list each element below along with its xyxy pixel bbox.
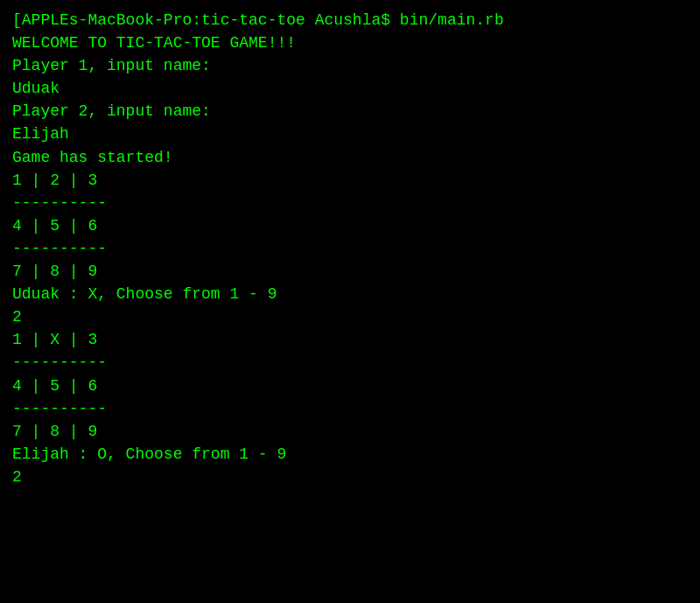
terminal-line: 4 | 5 | 6 — [12, 375, 688, 397]
terminal-line: Uduak : X, Choose from 1 - 9 — [12, 283, 688, 305]
terminal-container: [APPLEs-MacBook-Pro:tic-tac-toe Acushla$… — [12, 9, 688, 488]
terminal-line: ---------- — [12, 351, 688, 374]
terminal-line: Player 2, input name: — [12, 100, 688, 123]
terminal-line: 2 — [12, 305, 688, 328]
terminal-line: 1 | 2 | 3 — [12, 169, 688, 192]
terminal-line: 7 | 8 | 9 — [12, 260, 688, 283]
terminal-line: 1 | X | 3 — [12, 328, 688, 351]
terminal-line: 4 | 5 | 6 — [12, 214, 688, 237]
terminal-line: ---------- — [12, 397, 688, 420]
terminal-line: Elijah : O, Choose from 1 - 9 — [12, 443, 688, 466]
terminal-line: ---------- — [12, 237, 688, 260]
terminal-line: 7 | 8 | 9 — [12, 420, 688, 443]
terminal-line: WELCOME TO TIC-TAC-TOE GAME!!! — [12, 32, 688, 54]
terminal-line: Uduak — [12, 77, 688, 100]
terminal-line: [APPLEs-MacBook-Pro:tic-tac-toe Acushla$… — [12, 9, 688, 32]
terminal-line: Elijah — [12, 123, 688, 145]
terminal-line: Player 1, input name: — [12, 54, 688, 77]
terminal-line: 2 — [12, 466, 688, 488]
terminal-line: Game has started! — [12, 146, 688, 169]
terminal-line: ---------- — [12, 192, 688, 214]
